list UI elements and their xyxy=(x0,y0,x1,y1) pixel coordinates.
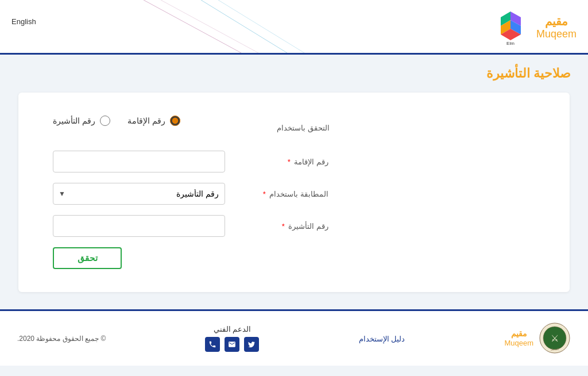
footer-support: الدعم الفني xyxy=(205,325,259,352)
muqeem-brand: مقيم Muqeem xyxy=(536,14,577,41)
iqama-number-input[interactable] xyxy=(53,151,225,172)
header: English مقيم Muqeem Elm xyxy=(0,0,588,55)
radio-visa-label: رقم التأشيرة xyxy=(53,116,95,125)
footer-inner: ⚔ النخيل مقيم Muqeem دليل الإستخدام الدع… xyxy=(17,323,571,354)
svg-text:Elm: Elm xyxy=(506,41,514,46)
footer-muqeem-arabic: مقيم xyxy=(504,329,533,339)
email-icon[interactable] xyxy=(225,337,239,352)
verify-by-row: التحقق باستخدام رقم الإقامة رقم التأشيرة xyxy=(53,116,535,140)
svg-text:⚔: ⚔ xyxy=(551,333,559,343)
footer-support-title: الدعم الفني xyxy=(205,325,259,333)
elm-logo: Elm xyxy=(492,9,529,46)
visa-required-marker: * xyxy=(282,222,285,231)
muqeem-english-text: Muqeem xyxy=(536,28,577,41)
radio-iqama-input[interactable] xyxy=(170,116,180,126)
header-logo: مقيم Muqeem Elm xyxy=(481,0,588,55)
main-content: التحقق باستخدام رقم الإقامة رقم التأشيرة… xyxy=(0,87,588,309)
match-select[interactable]: رقم التأشيرة xyxy=(53,183,225,205)
muqeem-arabic-text: مقيم xyxy=(536,14,577,28)
radio-visa-input[interactable] xyxy=(100,116,110,126)
radio-group: رقم الإقامة رقم التأشيرة xyxy=(53,116,180,126)
svg-line-3 xyxy=(218,0,304,53)
match-row: المطابقة باستخدام * رقم التأشيرة ▼ xyxy=(53,183,535,205)
footer-guide-link[interactable]: دليل الإستخدام xyxy=(359,335,405,343)
iqama-label: رقم الإقامة * xyxy=(237,158,328,166)
page-title-area: صلاحية التأشيرة xyxy=(0,55,588,87)
twitter-icon[interactable] xyxy=(244,337,259,352)
svg-line-2 xyxy=(201,0,287,53)
verify-button[interactable]: تحقق xyxy=(53,247,122,269)
visa-number-input[interactable] xyxy=(53,215,225,237)
visa-number-row: رقم التأشيرة * xyxy=(53,215,535,237)
footer-copyright: © جميع الحقوق محفوظة 2020. xyxy=(17,335,106,343)
footer: ⚔ النخيل مقيم Muqeem دليل الإستخدام الدع… xyxy=(0,309,588,366)
phone-icon[interactable] xyxy=(205,337,220,352)
radio-option-iqama[interactable]: رقم الإقامة xyxy=(127,116,180,126)
svg-text:النخيل: النخيل xyxy=(551,347,559,351)
footer-muqeem-brand: مقيم Muqeem xyxy=(504,329,533,347)
verify-by-label: التحقق باستخدام xyxy=(238,124,330,132)
visa-number-label: رقم التأشيرة * xyxy=(237,222,328,231)
svg-line-0 xyxy=(144,0,241,53)
radio-iqama-label: رقم الإقامة xyxy=(127,116,165,125)
svg-line-1 xyxy=(161,0,258,53)
language-switcher[interactable]: English xyxy=(0,0,48,43)
radio-option-visa[interactable]: رقم التأشيرة xyxy=(53,116,110,126)
iqama-number-row: رقم الإقامة * xyxy=(53,151,535,172)
form-card: التحقق باستخدام رقم الإقامة رقم التأشيرة… xyxy=(18,93,570,292)
match-required-marker: * xyxy=(263,190,266,198)
footer-muqeem-english: Muqeem xyxy=(504,339,533,348)
match-select-wrapper: رقم التأشيرة ▼ xyxy=(53,183,225,205)
saudi-emblem-icon: ⚔ النخيل xyxy=(539,323,571,354)
footer-social-icons xyxy=(205,337,259,352)
footer-guide-section: دليل الإستخدام xyxy=(359,333,405,344)
match-label: المطابقة باستخدام * xyxy=(237,190,328,198)
footer-logo: ⚔ النخيل مقيم Muqeem xyxy=(504,323,571,354)
page-title: صلاحية التأشيرة xyxy=(17,66,571,81)
iqama-required-marker: * xyxy=(288,158,291,166)
button-row: تحقق xyxy=(53,247,432,269)
